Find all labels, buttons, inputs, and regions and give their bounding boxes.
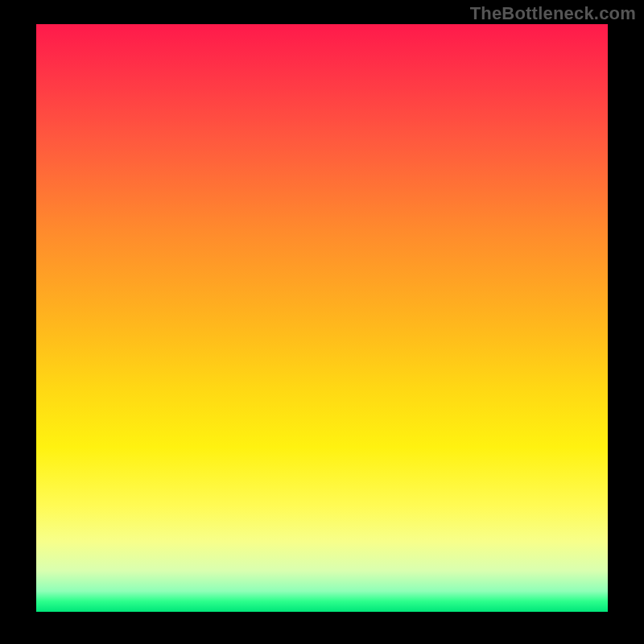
gradient-background bbox=[36, 24, 608, 612]
plot-area bbox=[36, 24, 608, 612]
chart-frame: TheBottleneck.com bbox=[0, 0, 644, 644]
watermark-text: TheBottleneck.com bbox=[470, 3, 636, 24]
